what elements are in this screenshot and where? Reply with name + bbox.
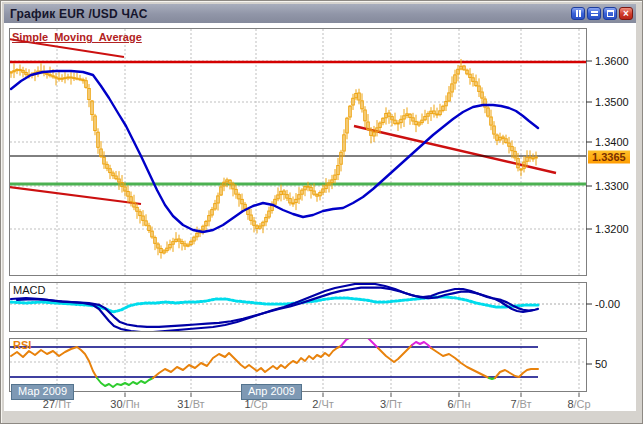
macd-axis-label: -0.00	[595, 298, 620, 310]
title-bar[interactable]: График EUR /USD ЧАС ×	[4, 4, 636, 23]
window-title: График EUR /USD ЧАС	[4, 7, 148, 21]
time-axis-label-7: 7/Вт	[510, 398, 531, 410]
maximize-button[interactable]	[603, 7, 617, 20]
close-icon: ×	[623, 9, 629, 18]
time-axis-label-3: 3/Пт	[380, 398, 402, 410]
time-axis-label-8: 8/Ср	[567, 398, 590, 410]
price-axis-label-1.3500: 1.3500	[595, 96, 629, 108]
pause-icon	[576, 10, 581, 17]
time-axis-label-30: 30/Пн	[110, 398, 139, 410]
price-axis-label-1.3400: 1.3400	[595, 136, 629, 148]
price-axis-label-1.3600: 1.3600	[595, 55, 629, 67]
pause-button[interactable]	[571, 7, 585, 20]
month-badge-Апр: Апр 2009	[241, 384, 302, 400]
minimize-button[interactable]	[587, 7, 601, 20]
time-axis-label-2: 2/Чт	[312, 398, 334, 410]
close-button[interactable]: ×	[619, 7, 633, 20]
main-chart-panel[interactable]	[9, 28, 587, 276]
minimize-icon	[591, 11, 598, 16]
price-axis-label-1.3300: 1.3300	[595, 180, 629, 192]
maximize-icon	[607, 10, 614, 17]
macd-panel[interactable]	[9, 282, 587, 332]
current-price-tag: 1.3365	[588, 151, 630, 164]
price-axis-label-1.3200: 1.3200	[595, 223, 629, 235]
time-axis-label-6: 6/Пн	[447, 398, 470, 410]
month-badge-Мар: Мар 2009	[11, 384, 74, 400]
time-axis-label-31: 31/Вт	[177, 398, 204, 410]
window-buttons: ×	[571, 7, 636, 20]
rsi-axis-label: 50	[595, 358, 607, 370]
chart-window: График EUR /USD ЧАС × Simple_Moving_Aver…	[0, 0, 643, 424]
